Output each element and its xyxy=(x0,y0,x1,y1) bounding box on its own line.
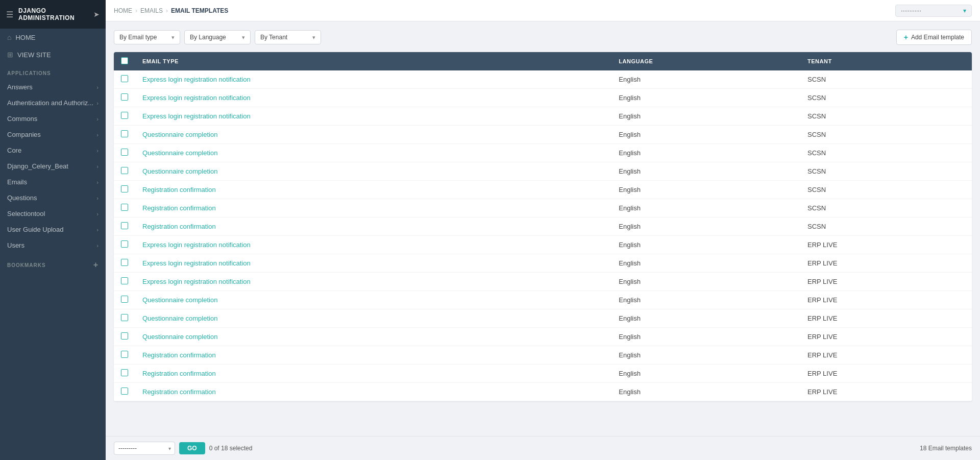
users-label: Users xyxy=(7,241,24,249)
tenant-cell: ERP LIVE xyxy=(800,365,972,383)
row-checkbox[interactable] xyxy=(121,369,128,376)
select-all-col xyxy=(114,52,135,70)
email-type-link[interactable]: Express login registration notification xyxy=(142,76,251,83)
row-checkbox-cell xyxy=(114,254,135,273)
tenant-filter[interactable]: By Tenant ▾ xyxy=(255,30,321,44)
email-type-link[interactable]: Questionnaire completion xyxy=(142,149,217,157)
tenant-cell: SCSN xyxy=(800,126,972,144)
language-cell: English xyxy=(611,217,800,236)
email-type-link[interactable]: Questionnaire completion xyxy=(142,333,217,341)
row-checkbox[interactable] xyxy=(121,149,128,156)
email-type-link[interactable]: Registration confirmation xyxy=(142,370,216,377)
row-checkbox[interactable] xyxy=(121,130,128,137)
sidebar-item-answers[interactable]: Answers › xyxy=(0,79,106,95)
action-select[interactable]: --------- xyxy=(114,442,175,455)
email-type-link[interactable]: Express login registration notification xyxy=(142,94,251,102)
tenant-cell: ERP LIVE xyxy=(800,328,972,346)
table-row: Questionnaire completionEnglishERP LIVE xyxy=(114,291,972,309)
row-checkbox[interactable] xyxy=(121,332,128,340)
sidebar-item-companies[interactable]: Companies › xyxy=(0,127,106,142)
row-checkbox[interactable] xyxy=(121,185,128,192)
breadcrumb-home[interactable]: HOME xyxy=(114,7,132,14)
email-type-link[interactable]: Registration confirmation xyxy=(142,223,216,230)
email-type-cell: Questionnaire completion xyxy=(135,126,611,144)
row-checkbox[interactable] xyxy=(121,277,128,284)
language-cell: English xyxy=(611,181,800,199)
tenant-cell: SCSN xyxy=(800,144,972,162)
email-type-link[interactable]: Express login registration notification xyxy=(142,112,251,120)
row-checkbox[interactable] xyxy=(121,259,128,266)
sidebar-home-label: HOME xyxy=(15,34,35,41)
tenant-cell: ERP LIVE xyxy=(800,273,972,291)
hamburger-icon[interactable]: ☰ xyxy=(6,10,13,19)
row-checkbox-cell xyxy=(114,291,135,309)
sidebar-item-celery[interactable]: Django_Celery_Beat › xyxy=(0,158,106,174)
sidebar-item-emails[interactable]: Emails › xyxy=(0,174,106,190)
language-cell: English xyxy=(611,144,800,162)
home-icon: ⌂ xyxy=(7,33,11,41)
language-chevron-icon: ▾ xyxy=(242,34,245,41)
email-type-cell: Registration confirmation xyxy=(135,217,611,236)
language-cell: English xyxy=(611,291,800,309)
email-type-link[interactable]: Questionnaire completion xyxy=(142,167,217,175)
viewsite-icon: ⊞ xyxy=(7,51,13,59)
row-checkbox-cell xyxy=(114,217,135,236)
email-type-filter[interactable]: By Email type ▾ xyxy=(114,30,180,44)
sidebar-item-home[interactable]: ⌂ HOME xyxy=(0,29,106,46)
sidebar-item-commons[interactable]: Commons › xyxy=(0,111,106,127)
applications-section-label: APPLICATIONS xyxy=(0,63,106,79)
email-type-cell: Express login registration notification xyxy=(135,107,611,126)
email-type-link[interactable]: Express login registration notification xyxy=(142,259,251,267)
sidebar-item-questions[interactable]: Questions › xyxy=(0,190,106,206)
sidebar-item-userguide[interactable]: User Guide Upload › xyxy=(0,222,106,237)
row-checkbox[interactable] xyxy=(121,222,128,229)
row-checkbox[interactable] xyxy=(121,75,128,82)
row-checkbox[interactable] xyxy=(121,112,128,119)
row-checkbox[interactable] xyxy=(121,204,128,211)
sidebar-item-core[interactable]: Core › xyxy=(0,142,106,158)
language-cell: English xyxy=(611,309,800,328)
language-cell: English xyxy=(611,254,800,273)
breadcrumb-emails[interactable]: EMAILS xyxy=(140,7,163,14)
language-filter[interactable]: By Language ▾ xyxy=(184,30,251,44)
content-area: By Email type ▾ By Language ▾ By Tenant … xyxy=(106,21,980,436)
row-checkbox[interactable] xyxy=(121,93,128,101)
row-checkbox[interactable] xyxy=(121,314,128,321)
table-row: Express login registration notificationE… xyxy=(114,70,972,89)
sidebar-item-users[interactable]: Users › xyxy=(0,237,106,253)
row-checkbox[interactable] xyxy=(121,167,128,174)
email-type-cell: Express login registration notification xyxy=(135,236,611,254)
action-select-wrapper: --------- xyxy=(114,442,175,455)
sidebar-item-auth[interactable]: Authentication and Authoriz... › xyxy=(0,95,106,111)
sidebar-item-selectiontool[interactable]: Selectiontool › xyxy=(0,206,106,222)
topbar-right: ············ ▾ xyxy=(895,5,972,17)
email-type-link[interactable]: Registration confirmation xyxy=(142,204,216,212)
bookmarks-add-icon[interactable]: + xyxy=(93,260,99,270)
filters-left: By Email type ▾ By Language ▾ By Tenant … xyxy=(114,30,321,44)
row-checkbox[interactable] xyxy=(121,296,128,303)
main-area: HOME › EMAILS › EMAIL TEMPLATES ········… xyxy=(106,0,980,460)
bottom-action-bar: --------- GO 0 of 18 selected 18 Email t… xyxy=(106,436,980,460)
email-type-link[interactable]: Registration confirmation xyxy=(142,388,216,396)
email-type-filter-label: By Email type xyxy=(119,34,157,41)
email-type-link[interactable]: Questionnaire completion xyxy=(142,314,217,322)
email-type-link[interactable]: Express login registration notification xyxy=(142,278,251,285)
select-all-checkbox[interactable] xyxy=(121,57,128,64)
row-checkbox[interactable] xyxy=(121,351,128,358)
language-cell: English xyxy=(611,383,800,401)
email-type-link[interactable]: Registration confirmation xyxy=(142,186,216,193)
user-dropdown[interactable]: ············ ▾ xyxy=(895,5,972,17)
row-checkbox[interactable] xyxy=(121,240,128,248)
email-type-link[interactable]: Questionnaire completion xyxy=(142,296,217,304)
language-cell: English xyxy=(611,89,800,107)
sidebar-item-viewsite[interactable]: ⊞ VIEW SITE xyxy=(0,46,106,63)
table-row: Express login registration notificationE… xyxy=(114,107,972,126)
row-checkbox-cell xyxy=(114,181,135,199)
add-email-template-button[interactable]: + Add Email template xyxy=(896,30,972,45)
email-type-link[interactable]: Questionnaire completion xyxy=(142,131,217,138)
email-type-link[interactable]: Registration confirmation xyxy=(142,351,216,359)
email-type-link[interactable]: Express login registration notification xyxy=(142,241,251,249)
row-checkbox[interactable] xyxy=(121,388,128,395)
row-checkbox-cell xyxy=(114,309,135,328)
go-button[interactable]: GO xyxy=(179,442,205,454)
